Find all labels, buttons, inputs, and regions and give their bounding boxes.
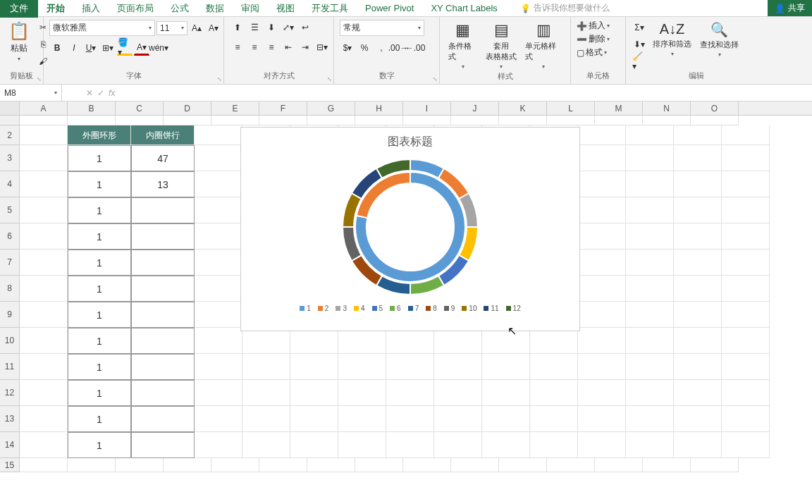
col-header[interactable]: L — [547, 102, 595, 115]
legend-item[interactable]: 8 — [426, 305, 437, 312]
table-cell[interactable] — [131, 250, 195, 276]
table-cell[interactable] — [131, 354, 195, 380]
table-cell[interactable] — [131, 223, 195, 250]
formula-input[interactable] — [122, 86, 812, 99]
phonetic-button[interactable]: wén▾ — [151, 40, 166, 56]
tab-insert[interactable]: 插入 — [73, 0, 109, 18]
tab-xylabels[interactable]: XY Chart Labels — [422, 0, 505, 16]
table-cell[interactable]: 1 — [68, 328, 131, 354]
table-cell[interactable]: 1 — [68, 432, 131, 458]
legend-item[interactable]: 7 — [408, 305, 419, 312]
cell-style-button[interactable]: ▥ 单元格样式▾ — [522, 20, 565, 71]
tab-formulas[interactable]: 公式 — [162, 0, 197, 18]
align-right-icon[interactable]: ≡ — [264, 39, 279, 55]
table-format-button[interactable]: ▤ 套用 表格格式▾ — [483, 20, 519, 71]
enter-icon[interactable]: ✓ — [97, 88, 104, 98]
col-header[interactable]: M — [595, 102, 643, 115]
comma-icon[interactable]: , — [374, 40, 389, 56]
align-launcher-icon[interactable]: ⤡ — [327, 76, 332, 82]
table-cell[interactable]: 1 — [68, 354, 131, 380]
indent-icon[interactable]: ⇥ — [297, 39, 313, 55]
table-cell[interactable] — [131, 380, 195, 406]
chart-legend[interactable]: 123456789101112 — [241, 297, 579, 319]
table-cell[interactable]: 47 — [131, 145, 195, 171]
number-format-dropdown[interactable]: 常规▾ — [340, 20, 424, 36]
col-header[interactable]: H — [355, 102, 403, 115]
share-button[interactable]: 👤 共享 — [768, 0, 812, 16]
clipboard-launcher-icon[interactable]: ⤡ — [37, 76, 42, 82]
wrap-text-icon[interactable]: ↩ — [297, 20, 313, 35]
name-box[interactable]: M8▾ — [0, 85, 62, 101]
legend-item[interactable]: 4 — [354, 305, 365, 312]
col-header[interactable]: G — [307, 102, 355, 115]
col-header[interactable]: I — [403, 102, 451, 115]
table-cell[interactable]: 1 — [68, 145, 131, 171]
border-button[interactable]: ⊞▾ — [100, 40, 116, 56]
fx-icon[interactable]: fx — [109, 88, 115, 98]
table-cell[interactable]: 1 — [68, 223, 131, 250]
legend-item[interactable]: 2 — [318, 305, 329, 312]
autosum-icon[interactable]: Σ▾ — [632, 20, 647, 35]
col-header[interactable]: E — [211, 102, 259, 115]
col-header[interactable]: O — [691, 102, 739, 115]
outdent-icon[interactable]: ⇤ — [281, 39, 296, 55]
align-middle-icon[interactable]: ☰ — [247, 20, 262, 35]
table-cell[interactable]: 1 — [68, 406, 131, 432]
table-cell[interactable]: 1 — [68, 171, 131, 197]
table-cell[interactable] — [131, 432, 195, 458]
format-cells-button[interactable]: ▢格式▾ — [577, 47, 607, 59]
orientation-icon[interactable]: ⤢▾ — [281, 20, 296, 35]
tab-view[interactable]: 视图 — [268, 0, 303, 18]
legend-item[interactable]: 5 — [372, 305, 383, 312]
col-header[interactable]: K — [499, 102, 547, 115]
decrease-font-icon[interactable]: A▾ — [206, 20, 221, 36]
col-header[interactable]: A — [20, 102, 68, 115]
tell-me-search[interactable]: 💡 告诉我你想要做什么 — [520, 2, 610, 14]
font-size-dropdown[interactable]: 11▾ — [156, 21, 187, 35]
sort-filter-button[interactable]: A↓Z 排序和筛选▾ — [650, 20, 694, 59]
table-cell[interactable]: 13 — [131, 171, 195, 197]
tab-file[interactable]: 文件 — [0, 0, 38, 18]
tab-home[interactable]: 开始 — [38, 0, 73, 18]
tab-review[interactable]: 审阅 — [233, 0, 268, 18]
cancel-icon[interactable]: ✕ — [86, 88, 93, 98]
table-cell[interactable] — [131, 197, 195, 223]
clear-icon[interactable]: 🧹▾ — [632, 54, 647, 69]
merge-icon[interactable]: ⊟▾ — [314, 39, 330, 55]
tab-dev[interactable]: 开发工具 — [303, 0, 357, 18]
fill-icon[interactable]: ⬇▾ — [632, 37, 647, 52]
percent-icon[interactable]: % — [357, 40, 372, 56]
fill-color-button[interactable]: 🪣▾ — [117, 40, 133, 56]
legend-item[interactable]: 3 — [336, 305, 347, 312]
inc-decimal-icon[interactable]: .00→ — [390, 40, 406, 56]
table-cell[interactable]: 1 — [68, 276, 131, 302]
conditional-format-button[interactable]: ▦ 条件格式▾ — [445, 20, 480, 71]
font-launcher-icon[interactable]: ⤡ — [217, 76, 222, 82]
chart-plot-area[interactable] — [241, 156, 579, 297]
legend-item[interactable]: 10 — [462, 305, 476, 312]
tab-data[interactable]: 数据 — [197, 0, 233, 18]
col-header[interactable]: J — [451, 102, 499, 115]
legend-item[interactable]: 9 — [444, 305, 455, 312]
dec-decimal-icon[interactable]: ←.00 — [407, 40, 423, 56]
table-cell[interactable] — [131, 302, 195, 328]
chart-object[interactable]: 图表标题 123456789101112 — [240, 127, 580, 331]
paste-button[interactable]: 📋 粘贴 ▾ — [6, 20, 32, 63]
accounting-icon[interactable]: $▾ — [340, 40, 355, 56]
legend-item[interactable]: 6 — [390, 305, 401, 312]
col-header[interactable]: N — [643, 102, 691, 115]
table-cell[interactable] — [131, 328, 195, 354]
table-cell[interactable]: 1 — [68, 380, 131, 406]
find-select-button[interactable]: 🔍 查找和选择▾ — [697, 20, 742, 59]
italic-button[interactable]: I — [66, 40, 82, 56]
table-cell[interactable] — [131, 276, 195, 302]
align-center-icon[interactable]: ≡ — [247, 39, 262, 55]
table-cell[interactable]: 1 — [68, 197, 131, 223]
chart-title[interactable]: 图表标题 — [241, 128, 579, 156]
legend-item[interactable]: 12 — [506, 305, 521, 312]
tab-powerpivot[interactable]: Power Pivot — [357, 0, 422, 16]
increase-font-icon[interactable]: A▴ — [189, 20, 204, 36]
col-header[interactable]: F — [259, 102, 307, 115]
table-cell[interactable]: 1 — [68, 250, 131, 276]
font-color-button[interactable]: A▾ — [134, 40, 149, 56]
